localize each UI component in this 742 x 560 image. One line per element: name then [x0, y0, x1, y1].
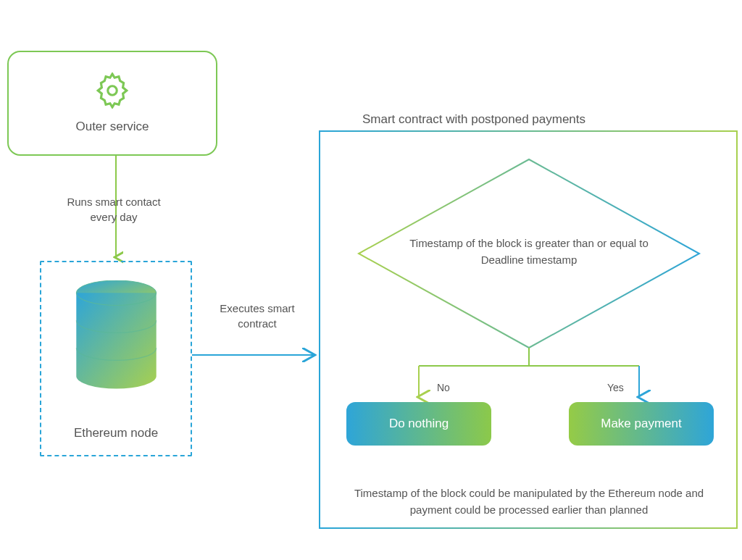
arrow-right-icon [192, 348, 321, 362]
do-nothing-action: Do nothing [346, 402, 491, 446]
svg-point-0 [108, 86, 117, 96]
gear-icon [94, 72, 130, 109]
smart-contract-title: Smart contract with postponed payments [362, 112, 585, 127]
ethereum-node-box: Ethereum node [40, 261, 192, 456]
diagram-container: Outer service Runs smart contact every d… [0, 0, 742, 560]
executes-contract-label: Executes smart contract [214, 301, 301, 331]
footer-note: Timestamp of the block could be manipula… [333, 485, 725, 518]
outer-service-label: Outer service [75, 120, 149, 134]
do-nothing-label: Do nothing [389, 417, 449, 431]
database-icon [75, 280, 158, 389]
outer-service-box: Outer service [7, 51, 217, 156]
branch-yes-label: Yes [607, 382, 624, 393]
decision-text: Timestamp of the block is greater than o… [402, 235, 656, 268]
branch-no-label: No [437, 382, 450, 393]
runs-contract-label: Runs smart contact every day [59, 194, 168, 225]
branch-lines [406, 348, 652, 402]
make-payment-label: Make payment [601, 417, 682, 431]
make-payment-action: Make payment [569, 402, 714, 446]
ethereum-node-label: Ethereum node [74, 426, 158, 440]
